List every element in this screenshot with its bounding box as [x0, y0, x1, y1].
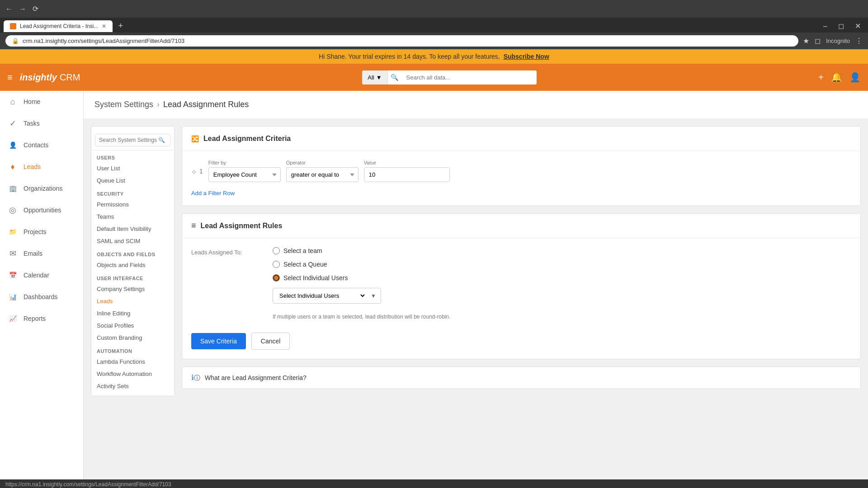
trial-text: Hi Shane. Your trial expires in 14 days.… [319, 53, 500, 60]
sidebar-item-reports[interactable]: Reports [0, 308, 83, 329]
criteria-card: Lead Assignment Criteria 1 Filter by [182, 126, 861, 206]
forward-button[interactable]: → [17, 3, 28, 15]
refresh-button[interactable]: ⟳ [31, 3, 40, 15]
search-input[interactable] [401, 70, 537, 84]
restore-button[interactable]: ◻ [835, 21, 848, 31]
lock-icon: 🔒 [12, 38, 19, 44]
header-right: + 🔔 👤 [818, 72, 861, 83]
active-tab[interactable]: Lead Assignment Criteria - Insi... ✕ [4, 20, 113, 32]
notifications-icon[interactable]: 🔔 [831, 72, 842, 83]
buttons-row: Save Criteria Cancel [182, 329, 860, 359]
brand-logo: insightly [20, 72, 57, 83]
settings-item-lambda[interactable]: Lambda Functions [91, 356, 174, 368]
filter-by-label: Filter by [208, 160, 281, 165]
settings-item-queue-list[interactable]: Queue List [91, 174, 174, 187]
settings-item-activity-sets[interactable]: Activity Sets [91, 380, 174, 392]
settings-item-workflow[interactable]: Workflow Automation [91, 368, 174, 380]
radio-team-label: Select a team [283, 247, 322, 254]
settings-item-user-list[interactable]: User List [91, 162, 174, 174]
individual-users-dropdown-wrapper: Select Individual Users ▼ [273, 288, 381, 304]
settings-item-saml[interactable]: SAML and SCIM [91, 235, 174, 247]
home-icon [7, 96, 18, 107]
sidebar-item-home[interactable]: Home [0, 91, 83, 113]
subscribe-link[interactable]: Subscribe Now [504, 53, 549, 60]
reports-icon [7, 313, 18, 324]
save-criteria-button[interactable]: Save Criteria [191, 333, 246, 349]
sidebar-label-calendar: Calendar [24, 272, 49, 279]
settings-item-social-profiles[interactable]: Social Profiles [91, 319, 174, 332]
close-window-button[interactable]: ✕ [851, 21, 864, 31]
radio-team-input[interactable] [273, 247, 280, 254]
assigned-to-label: Leads Assigned To: [191, 247, 255, 320]
settings-search-area [91, 130, 174, 150]
breadcrumb-current: Lead Assignment Rules [163, 100, 249, 109]
settings-item-default-visibility[interactable]: Default Item Visibility [91, 223, 174, 235]
address-bar-row: 🔒 crm.na1.insightly.com/settings/LeadAss… [0, 33, 868, 49]
radio-select-team[interactable]: Select a team [273, 247, 451, 254]
contacts-icon [7, 140, 18, 150]
app-header: ≡ insightly CRM All ▼ 🔍 + 🔔 👤 [0, 64, 868, 91]
settings-item-permissions[interactable]: Permissions [91, 198, 174, 211]
sidebar-label-reports: Reports [24, 315, 46, 322]
filter-row-1: 1 Filter by Employee Count Annual Revenu… [191, 160, 851, 182]
radio-select-individual[interactable]: Select Individual Users [273, 274, 451, 282]
individual-users-select[interactable]: Select Individual Users [273, 288, 366, 303]
settings-layout: USERS User List Queue List SECURITY Perm… [84, 119, 868, 404]
back-button[interactable]: ← [4, 3, 14, 15]
browser-navigation: ← → ⟳ [4, 3, 40, 15]
sidebar-item-calendar[interactable]: Calendar [0, 264, 83, 286]
add-filter-row-link[interactable]: Add a Filter Row [191, 188, 235, 198]
cancel-button[interactable]: Cancel [251, 333, 290, 350]
radio-individual-label: Select Individual Users [283, 274, 348, 282]
user-avatar[interactable]: 👤 [849, 72, 861, 83]
sidebar-label-tasks: Tasks [24, 120, 40, 127]
settings-search-input[interactable] [95, 134, 170, 146]
add-icon[interactable]: + [818, 72, 824, 83]
sidebar-item-opportunities[interactable]: Opportunities [0, 199, 83, 221]
value-input[interactable] [364, 167, 450, 182]
radio-options: Select a team Select a Queue Select Indi… [273, 247, 451, 320]
settings-item-teams[interactable]: Teams [91, 211, 174, 223]
sidebar-item-leads[interactable]: Leads [0, 156, 83, 178]
what-criteria-header[interactable]: ⓘ What are Lead Assignment Criteria? [182, 367, 860, 389]
sidebar-item-dashboards[interactable]: Dashboards [0, 286, 83, 308]
tab-close-button[interactable]: ✕ [102, 23, 106, 29]
bookmark-icon[interactable]: ★ [803, 37, 809, 45]
filter-by-select[interactable]: Employee Count Annual Revenue Lead Sourc… [208, 167, 281, 182]
menu-dots-icon[interactable]: ⋮ [855, 37, 863, 45]
settings-item-company-settings[interactable]: Company Settings [91, 283, 174, 295]
settings-item-inline-editing[interactable]: Inline Editing [91, 307, 174, 319]
dropdown-chevron-icon: ▼ [366, 289, 381, 303]
sidebar-item-projects[interactable]: Projects [0, 221, 83, 243]
criteria-card-body: 1 Filter by Employee Count Annual Revenu… [182, 151, 860, 206]
sidebar-item-contacts[interactable]: Contacts [0, 134, 83, 156]
operator-label: Operator [286, 160, 359, 165]
filter-icon [191, 166, 197, 176]
new-tab-button[interactable]: + [114, 19, 127, 33]
sidebar-item-tasks[interactable]: Tasks [0, 113, 83, 134]
breadcrumb-parent[interactable]: System Settings [94, 100, 153, 109]
radio-queue-input[interactable] [273, 261, 280, 268]
settings-sidebar: USERS User List Queue List SECURITY Perm… [91, 126, 175, 396]
sidebar-item-emails[interactable]: Emails [0, 243, 83, 264]
search-all-button[interactable]: All ▼ [362, 70, 387, 84]
search-wrapper: All ▼ 🔍 [362, 70, 536, 84]
settings-item-objects-fields[interactable]: Objects and Fields [91, 259, 174, 271]
sidebar-item-organizations[interactable]: Organizations [0, 178, 83, 199]
url-text[interactable]: crm.na1.insightly.com/settings/LeadAssig… [23, 38, 184, 44]
settings-item-custom-branding[interactable]: Custom Branding [91, 332, 174, 344]
radio-individual-input[interactable] [273, 274, 280, 282]
section-header-security: SECURITY [91, 187, 174, 198]
radio-select-queue[interactable]: Select a Queue [273, 261, 451, 268]
minimize-button[interactable]: – [820, 21, 831, 31]
search-icon: 🔍 [388, 74, 401, 81]
operator-select[interactable]: greater or equal to less than equals not… [286, 167, 359, 182]
address-bar[interactable]: 🔒 crm.na1.insightly.com/settings/LeadAss… [5, 35, 798, 47]
radio-queue-label: Select a Queue [283, 261, 327, 268]
split-icon[interactable]: ◻ [815, 37, 821, 45]
settings-item-leads[interactable]: Leads [91, 295, 174, 307]
info-icon: ⓘ [191, 373, 200, 382]
browser-chrome: ← → ⟳ [0, 0, 868, 18]
round-robin-note: If multiple users or a team is selected,… [273, 314, 451, 320]
hamburger-menu[interactable]: ≡ [7, 72, 13, 83]
